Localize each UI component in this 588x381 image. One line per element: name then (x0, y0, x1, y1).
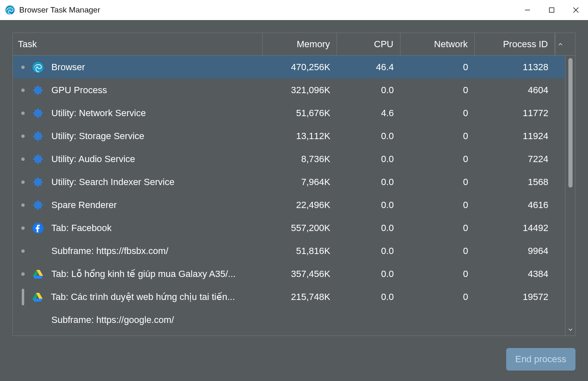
cell-network: 0 (400, 200, 475, 211)
cell-network: 0 (400, 177, 475, 188)
task-label: Utility: Search Indexer Service (51, 177, 175, 188)
task-label: GPU Process (51, 85, 107, 96)
status-dot (21, 135, 25, 138)
close-button[interactable] (564, 0, 588, 20)
cell-process-id: 9964 (475, 246, 555, 257)
table-row[interactable]: Subframe: https://fbsbx.com/51,816K0.009… (13, 239, 565, 262)
puzzle-icon (32, 107, 44, 119)
cell-cpu: 0.0 (337, 154, 400, 165)
cell-process-id: 11924 (475, 131, 555, 142)
status-dot (21, 249, 25, 253)
cell-memory: 8,736K (263, 154, 337, 165)
drive-icon (32, 291, 43, 303)
cell-process-id: 14492 (475, 223, 555, 234)
cell-memory: 321,096K (263, 85, 337, 96)
cell-cpu: 0.0 (337, 223, 400, 234)
vertical-scrollbar[interactable] (565, 56, 575, 335)
cell-cpu: 0.0 (337, 246, 400, 257)
cell-process-id: 11328 (475, 62, 555, 73)
col-task[interactable]: Task (13, 33, 263, 55)
cell-cpu: 0.0 (337, 85, 400, 96)
cell-cpu: 0.0 (337, 131, 400, 142)
table-row[interactable]: Utility: Audio Service8,736K0.007224 (13, 147, 565, 170)
cell-process-id: 1568 (475, 177, 555, 188)
table-row[interactable]: Spare Renderer22,496K0.004616 (13, 193, 565, 216)
cell-cpu: 0.0 (337, 177, 400, 188)
table-body: Browser470,256K46.4011328GPU Process321,… (13, 56, 575, 335)
footer: End process (13, 347, 575, 372)
table-header: Task Memory CPU Network Process ID (13, 33, 575, 56)
cell-network: 0 (400, 154, 475, 165)
task-label: Tab: Facebook (51, 223, 112, 234)
cell-cpu: 0.0 (337, 269, 400, 279)
chevron-up-icon (558, 42, 563, 47)
edge-icon (5, 5, 15, 15)
group-indicator (22, 289, 24, 305)
cell-memory: 557,200K (263, 223, 337, 234)
task-label: Browser (51, 62, 85, 73)
cell-process-id: 11772 (475, 108, 555, 119)
maximize-button[interactable] (540, 0, 564, 20)
cell-process-id: 19572 (475, 292, 555, 302)
table-row[interactable]: GPU Process321,096K0.004604 (13, 79, 565, 102)
table-row[interactable]: Subframe: https://google.com/ (13, 308, 565, 331)
status-dot (21, 112, 25, 115)
chevron-down-icon (568, 326, 573, 334)
cell-task: GPU Process (13, 84, 263, 96)
content-panel: Task Memory CPU Network Process ID Brows… (0, 20, 588, 381)
task-label: Subframe: https://fbsbx.com/ (51, 246, 168, 257)
cell-task: Spare Renderer (13, 199, 263, 211)
col-process-id[interactable]: Process ID (475, 33, 555, 55)
cell-task: Utility: Audio Service (13, 153, 263, 165)
col-memory[interactable]: Memory (263, 33, 337, 55)
edge-icon (32, 61, 44, 73)
cell-cpu: 46.4 (337, 62, 400, 73)
cell-process-id: 4384 (475, 269, 555, 279)
cell-network: 0 (400, 108, 475, 119)
table-row[interactable]: Browser470,256K46.4011328 (13, 56, 565, 79)
cell-cpu: 0.0 (337, 292, 400, 302)
cell-memory: 470,256K (263, 62, 337, 73)
task-table: Task Memory CPU Network Process ID Brows… (13, 33, 575, 336)
cell-task: Utility: Network Service (13, 107, 263, 119)
cell-memory: 22,496K (263, 200, 337, 211)
cell-network: 0 (400, 223, 475, 234)
puzzle-icon (32, 84, 44, 96)
status-dot (21, 272, 25, 276)
table-row[interactable]: Utility: Search Indexer Service7,964K0.0… (13, 170, 565, 193)
task-label: Utility: Storage Service (51, 131, 144, 142)
minimize-button[interactable] (515, 0, 540, 20)
cell-memory: 51,676K (263, 108, 337, 119)
cell-cpu: 4.6 (337, 108, 400, 119)
cell-memory: 13,112K (263, 131, 337, 142)
drive-icon (32, 268, 44, 280)
svg-rect-2 (550, 8, 554, 13)
cell-process-id: 4604 (475, 85, 555, 96)
status-dot (21, 157, 25, 161)
task-label: Tab: Lỗ hổng kinh tế giúp mua Galaxy A35… (51, 269, 236, 279)
cell-network: 0 (400, 269, 475, 279)
cell-process-id: 7224 (475, 154, 555, 165)
cell-memory: 7,964K (263, 177, 337, 188)
cell-task: Subframe: https://google.com/ (13, 314, 263, 326)
cell-network: 0 (400, 246, 475, 257)
scrollbar-thumb[interactable] (568, 58, 573, 188)
cell-cpu: 0.0 (337, 200, 400, 211)
col-network[interactable]: Network (400, 33, 475, 55)
puzzle-icon (32, 130, 44, 142)
table-row[interactable]: Utility: Network Service51,676K4.6011772 (13, 102, 565, 124)
cell-network: 0 (400, 131, 475, 142)
col-cpu[interactable]: CPU (337, 33, 400, 55)
status-dot (21, 66, 25, 69)
status-dot (21, 180, 25, 184)
cell-task: Tab: Lỗ hổng kinh tế giúp mua Galaxy A35… (13, 268, 263, 280)
puzzle-icon (32, 199, 44, 211)
end-process-button[interactable]: End process (506, 348, 575, 371)
table-row[interactable]: Tab: Lỗ hổng kinh tế giúp mua Galaxy A35… (13, 262, 565, 285)
puzzle-icon (32, 176, 44, 188)
table-row[interactable]: Tab: Facebook557,200K0.0014492 (13, 216, 565, 239)
table-row[interactable]: Tab: Các trình duyệt web hứng chịu tai t… (13, 285, 565, 308)
table-row[interactable]: Utility: Storage Service13,112K0.0011924 (13, 124, 565, 147)
task-label: Spare Renderer (51, 200, 117, 211)
scroll-up-button[interactable] (555, 33, 565, 55)
